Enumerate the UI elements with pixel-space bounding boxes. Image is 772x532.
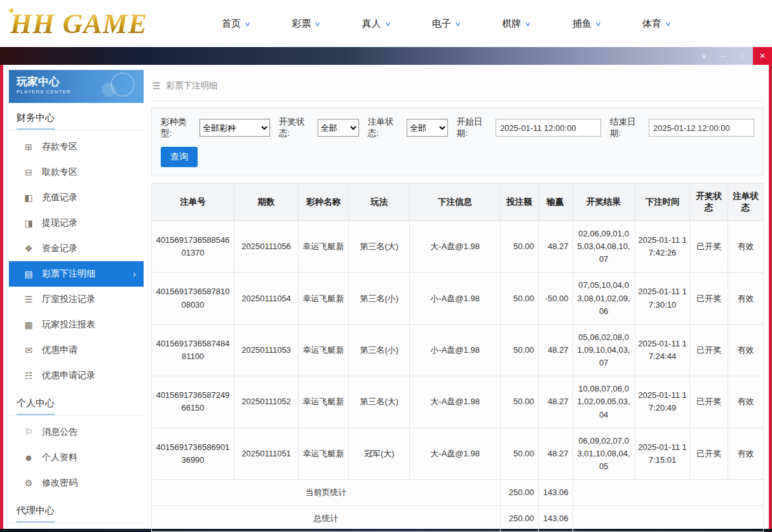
cell-result: 10,08,07,06,01,02,09,05,03,04 xyxy=(572,376,635,428)
sidebar-item-label: 充值记录 xyxy=(42,192,78,203)
cell-period: 20250111054 xyxy=(234,273,299,324)
sidebar-item-withdraw-zone[interactable]: ⊟ 取款专区 xyxy=(9,160,144,185)
record-icon: ☰ xyxy=(23,294,34,304)
cell-lottery: 幸运飞艇新 xyxy=(299,428,349,479)
cell-period: 20250111051 xyxy=(234,428,299,479)
cell-period: 20250111052 xyxy=(234,376,299,428)
summary-row-page: 当前页统计 250.00 143.06 xyxy=(152,480,764,506)
chevron-down-icon: ∨ xyxy=(525,20,531,27)
report-icon: ▦ xyxy=(23,320,34,330)
summary-empty xyxy=(572,506,764,532)
nav-item-lottery[interactable]: 彩票 ∨ xyxy=(292,18,320,30)
cell-win-loss: 48.27 xyxy=(538,428,572,479)
cell-order-status: 有效 xyxy=(728,273,764,324)
sidebar-item-label: 玩家投注报表 xyxy=(42,319,95,331)
sidebar-item-label: 提现记录 xyxy=(42,217,78,229)
cell-order-status: 有效 xyxy=(728,428,764,479)
summary-empty xyxy=(572,480,764,506)
cell-bet-info: 大-A盘@1.98 xyxy=(410,428,501,479)
section-personal-center: 个人中心 xyxy=(9,388,144,416)
cell-draw-status: 已开奖 xyxy=(690,428,728,479)
cell-win-loss: 48.27 xyxy=(538,324,572,376)
sidebar-item-recharge-records[interactable]: ◧ 充值记录 xyxy=(9,185,144,210)
cell-lottery: 幸运飞艇新 xyxy=(299,273,349,324)
top-navigation: HH GAME 首页 ∨ 彩票 ∨ 真人 ∨ 电子 ∨ 棋牌 ∨ 捕鱼 ∨ 体育… xyxy=(0,0,772,47)
moneybag-icon: ❖ xyxy=(23,243,34,254)
summary-amount: 250.00 xyxy=(500,506,538,532)
cell-bet-time: 2025-01-11 17:24:44 xyxy=(635,324,690,376)
logo: HH GAME xyxy=(6,8,191,40)
cell-draw-status: 已开奖 xyxy=(690,221,728,273)
sidebar-item-lottery-bet-details[interactable]: ▤ 彩票下注明细 › xyxy=(9,261,144,287)
sidebar-item-deposit[interactable]: ⊞ 存款专区 xyxy=(9,134,144,160)
cell-bet-info: 大-A盘@1.98 xyxy=(410,221,501,273)
sidebar-item-funds-records[interactable]: ❖ 资金记录 xyxy=(9,236,144,261)
user-icon: ☻ xyxy=(23,453,34,463)
chevron-down-icon: ∨ xyxy=(595,20,601,27)
records-icon: ☷ xyxy=(23,371,34,381)
cell-period: 20250111053 xyxy=(234,324,299,376)
sidebar-item-label: 厅室投注记录 xyxy=(42,294,95,305)
nav-item-live[interactable]: 真人 ∨ xyxy=(362,18,390,30)
sidebar-item-change-password[interactable]: ⚙ 修改密码 xyxy=(9,470,144,496)
sidebar-item-messages[interactable]: ⚐ 消息公告 xyxy=(9,419,144,445)
sidebar-item-label: 资金记录 xyxy=(42,243,78,254)
sidebar-item-profile[interactable]: ☻ 个人资料 xyxy=(9,445,144,470)
nav-item-fishing[interactable]: 捕鱼 ∨ xyxy=(572,18,600,30)
chevron-down-icon: ∨ xyxy=(384,20,391,27)
window-titlebar: ∨ ─ □ ✕ xyxy=(0,47,772,65)
window-close-button[interactable]: ✕ xyxy=(753,47,772,65)
menu-icon[interactable]: ☰ xyxy=(152,81,161,91)
sidebar-header: 玩家中心 PLAYERS CENTER xyxy=(9,70,144,103)
lottery-type-select[interactable]: 全部彩种 xyxy=(200,119,270,137)
main-menu: 首页 ∨ 彩票 ∨ 真人 ∨ 电子 ∨ 棋牌 ∨ 捕鱼 ∨ 体育 ∨ xyxy=(222,18,670,30)
nav-item-home[interactable]: 首页 ∨ xyxy=(222,18,250,30)
nav-item-board-games[interactable]: 棋牌 ∨ xyxy=(502,18,530,30)
nav-item-label: 彩票 xyxy=(292,18,311,30)
sidebar-item-promo-apply-records[interactable]: ☷ 优惠申请记录 xyxy=(9,363,144,388)
window-minimize-button[interactable]: ─ xyxy=(715,47,731,65)
end-date-input[interactable] xyxy=(649,119,754,137)
draw-status-label: 开奖状态: xyxy=(279,116,314,139)
order-status-select[interactable]: 全部 xyxy=(407,119,448,137)
cell-play: 冠军(大) xyxy=(349,428,410,479)
table-row: 401569173658724966150 20250111052 幸运飞艇新 … xyxy=(152,376,764,428)
sidebar-item-player-bet-report[interactable]: ▦ 玩家投注报表 xyxy=(9,312,144,338)
cell-bet-time: 2025-01-11 17:20:49 xyxy=(635,376,690,428)
column-header: 注单号 xyxy=(152,184,234,221)
column-header: 期数 xyxy=(234,184,299,221)
start-date-input[interactable] xyxy=(496,119,601,137)
cell-win-loss: 48.27 xyxy=(538,221,572,273)
gift-icon: ✉ xyxy=(23,345,34,355)
cell-lottery: 幸运飞艇新 xyxy=(299,324,349,376)
window-maximize-button[interactable]: □ xyxy=(734,47,750,65)
draw-status-select[interactable]: 全部 xyxy=(318,119,359,137)
cell-draw-status: 已开奖 xyxy=(690,376,728,428)
search-button[interactable]: 查询 xyxy=(161,147,198,167)
cell-play: 第三名(小) xyxy=(349,273,410,324)
sidebar-item-withdraw-records[interactable]: ◨ 提现记录 xyxy=(9,210,144,236)
nav-item-slots[interactable]: 电子 ∨ xyxy=(432,18,460,30)
cell-amount: 50.00 xyxy=(500,428,538,479)
column-header: 输赢 xyxy=(538,184,572,221)
deposit-icon: ⊞ xyxy=(23,142,34,152)
bet-detail-icon: ▤ xyxy=(23,269,34,279)
table-row: 401569173658690136990 20250111051 幸运飞艇新 … xyxy=(152,428,764,479)
cell-bet-id: 401569173658748481100 xyxy=(152,324,234,376)
window-collapse-button[interactable]: ∨ xyxy=(696,47,712,65)
app-frame: 玩家中心 PLAYERS CENTER 财务中心 ⊞ 存款专区 ⊟ 取款专区 ◧… xyxy=(0,65,772,529)
sidebar-item-hall-bet-records[interactable]: ☰ 厅室投注记录 xyxy=(9,287,144,312)
cell-order-status: 有效 xyxy=(728,376,764,428)
summary-amount: 250.00 xyxy=(500,480,538,506)
summary-win-loss: 143.06 xyxy=(538,506,572,532)
withdraw-icon: ⊟ xyxy=(23,167,34,177)
cell-amount: 50.00 xyxy=(500,273,538,324)
cell-order-status: 有效 xyxy=(728,324,764,376)
cell-play: 第三名(大) xyxy=(349,376,410,428)
summary-row-total: 总统计 250.00 143.06 xyxy=(152,506,764,532)
nav-item-sports[interactable]: 体育 ∨ xyxy=(642,18,670,30)
sidebar-item-promo-apply[interactable]: ✉ 优惠申请 xyxy=(9,338,144,363)
filter-panel: 彩种类型: 全部彩种 开奖状态: 全部 注单状态: 全部 开始日期: 结束日期:… xyxy=(151,107,764,175)
summary-label: 总统计 xyxy=(152,506,501,532)
cell-bet-id: 401569173658724966150 xyxy=(152,376,234,428)
